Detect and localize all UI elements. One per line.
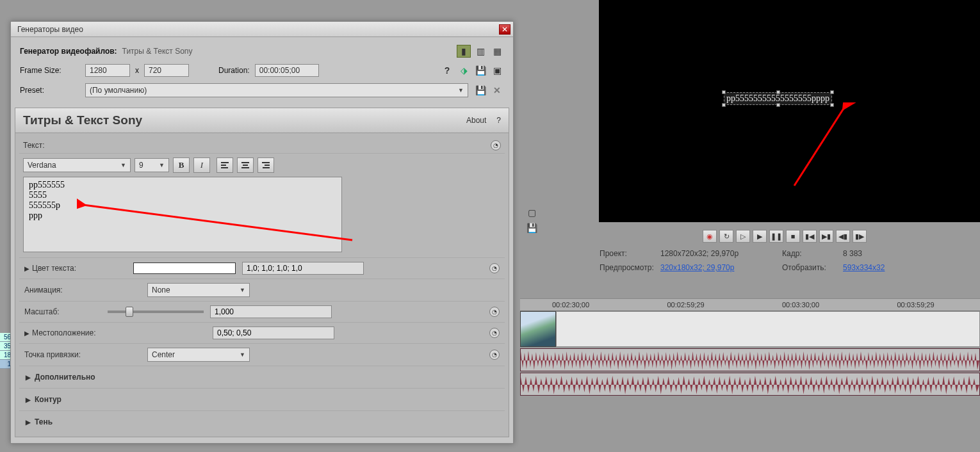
- frame-size-label: Frame Size:: [20, 66, 80, 75]
- frame-label: Кадр:: [782, 249, 843, 258]
- ruler-tick: 00:02:59;29: [635, 301, 751, 309]
- panel-title: Титры & Текст Sony: [23, 113, 142, 127]
- play-button[interactable]: ▶: [753, 230, 767, 243]
- panel-help-link[interactable]: ?: [496, 116, 501, 125]
- stop-button[interactable]: ■: [786, 230, 800, 243]
- timeline: 00:02:30;00 00:02:59;29 00:03:30;00 00:0…: [520, 298, 980, 396]
- ruler-tick: 00:02:30;00: [520, 301, 635, 309]
- align-right-button[interactable]: [257, 157, 274, 173]
- text-color-label: ▶Цвет текста:: [24, 264, 127, 273]
- duration-label: Duration:: [218, 66, 250, 75]
- pause-button[interactable]: ❚❚: [769, 230, 783, 243]
- project-label: Проект:: [600, 249, 660, 258]
- save-icon[interactable]: 💾: [525, 222, 539, 234]
- scale-slider[interactable]: [108, 311, 204, 313]
- side-icon-1[interactable]: ▢: [525, 206, 539, 219]
- align-left-button[interactable]: [216, 157, 233, 173]
- location-label: ▶Местоположение:: [24, 328, 206, 337]
- scale-input[interactable]: [210, 305, 332, 318]
- text-section-label: Текст:: [23, 141, 87, 150]
- time-ruler[interactable]: 00:02:30;00 00:02:59;29 00:03:30;00 00:0…: [520, 298, 980, 311]
- loop-button[interactable]: ↻: [719, 230, 733, 243]
- text-color-swatch[interactable]: [133, 262, 236, 274]
- video-clip[interactable]: [556, 311, 980, 347]
- transport-controls: ◉ ↻ ▷ ▶ ❚❚ ■ ▮◀ ▶▮ ◀▮ ▮▶: [589, 226, 980, 246]
- dialog-title-text: Генераторы видео: [17, 25, 83, 34]
- text-color-input[interactable]: [242, 262, 364, 275]
- chevron-down-icon: ▼: [458, 87, 464, 93]
- video-track[interactable]: [520, 311, 980, 347]
- video-generators-dialog: Генераторы видео ✕ Генератор видеофайлов…: [10, 21, 514, 444]
- audio-track-2[interactable]: [520, 373, 980, 396]
- shadow-expander[interactable]: ▶Тень: [19, 410, 505, 433]
- preset-label: Preset:: [20, 86, 80, 95]
- record-button[interactable]: ◉: [703, 230, 717, 243]
- title-text-input[interactable]: [23, 177, 342, 252]
- dialog-titlebar[interactable]: Генераторы видео ✕: [11, 22, 513, 37]
- animation-label: Анимация:: [24, 286, 141, 295]
- help-icon[interactable]: ?: [440, 64, 454, 77]
- display-value-link[interactable]: 593x334x32: [843, 263, 885, 272]
- save-preset-icon[interactable]: 💾: [473, 64, 487, 77]
- keyframe-location-icon[interactable]: ◔: [489, 328, 500, 338]
- preview-value-link[interactable]: 320x180x32; 29,970p: [660, 263, 782, 272]
- outline-expander[interactable]: ▶Контур: [19, 388, 505, 410]
- keyframe-color-icon[interactable]: ◔: [489, 263, 500, 273]
- font-family-select[interactable]: Verdana▼: [23, 158, 131, 172]
- next-frame-button[interactable]: ▮▶: [853, 230, 867, 243]
- duration-input[interactable]: [255, 64, 319, 77]
- play-from-start-button[interactable]: ▷: [736, 230, 750, 243]
- view-mode-2-icon[interactable]: ▥: [473, 45, 487, 58]
- generator-label: Генератор видеофайлов:: [20, 47, 117, 56]
- side-fragment: ▢ 💾: [518, 202, 546, 234]
- ruler-tick: 00:03:59;29: [865, 301, 981, 309]
- bold-button[interactable]: B: [173, 157, 190, 173]
- anchor-label: Точка привязки:: [24, 350, 141, 359]
- plugin-chain-icon[interactable]: ⬗: [457, 64, 471, 77]
- project-value: 1280x720x32; 29,970p: [660, 249, 782, 258]
- view-mode-3-icon[interactable]: ▦: [490, 45, 504, 58]
- frame-width-input[interactable]: [85, 64, 130, 77]
- keyframe-scale-icon[interactable]: ◔: [489, 307, 500, 317]
- delete-icon[interactable]: ✕: [490, 84, 504, 97]
- preset-select[interactable]: (По умолчанию) ▼: [85, 83, 468, 97]
- ruler-tick: 00:03:30;00: [750, 301, 865, 309]
- frame-x-label: x: [135, 66, 139, 75]
- keyframe-text-icon[interactable]: ◔: [491, 140, 501, 150]
- additional-expander[interactable]: ▶Дополнительно: [19, 366, 505, 388]
- go-end-button[interactable]: ▶▮: [819, 230, 833, 243]
- audio-track-1[interactable]: [520, 348, 980, 371]
- clip-thumbnail[interactable]: [520, 311, 556, 347]
- close-icon[interactable]: ✕: [499, 24, 510, 35]
- anchor-select[interactable]: Center▼: [147, 348, 250, 362]
- frame-value: 8 383: [843, 249, 862, 258]
- location-input[interactable]: [213, 327, 334, 339]
- prev-frame-button[interactable]: ◀▮: [836, 230, 850, 243]
- go-start-button[interactable]: ▮◀: [803, 230, 817, 243]
- preview-pane: pp55555555555555555pppp ◉ ↻ ▷ ▶ ❚❚ ■ ▮◀ …: [589, 0, 980, 275]
- animation-select[interactable]: None▼: [147, 283, 250, 297]
- font-size-select[interactable]: 9▼: [135, 158, 169, 172]
- titles-text-panel: Титры & Текст Sony About ? Текст: ◔ Verd…: [15, 108, 509, 437]
- keyframe-anchor-icon[interactable]: ◔: [489, 350, 500, 360]
- scale-label: Масштаб:: [24, 307, 101, 316]
- dock-icon[interactable]: ▣: [490, 64, 504, 77]
- preview-label: Предпросмотр:: [600, 263, 660, 272]
- frame-height-input[interactable]: [144, 64, 189, 77]
- italic-button[interactable]: I: [193, 157, 210, 173]
- preview-video[interactable]: pp55555555555555555pppp: [599, 0, 980, 222]
- about-link[interactable]: About: [466, 116, 486, 125]
- save-icon[interactable]: 💾: [473, 84, 487, 97]
- align-center-button[interactable]: [237, 157, 254, 173]
- view-mode-1-icon[interactable]: ▮: [457, 45, 471, 58]
- display-label: Отобразить:: [782, 263, 843, 272]
- generator-name: Титры & Текст Sony: [122, 47, 193, 56]
- preview-text-overlay[interactable]: pp55555555555555555pppp: [724, 92, 832, 105]
